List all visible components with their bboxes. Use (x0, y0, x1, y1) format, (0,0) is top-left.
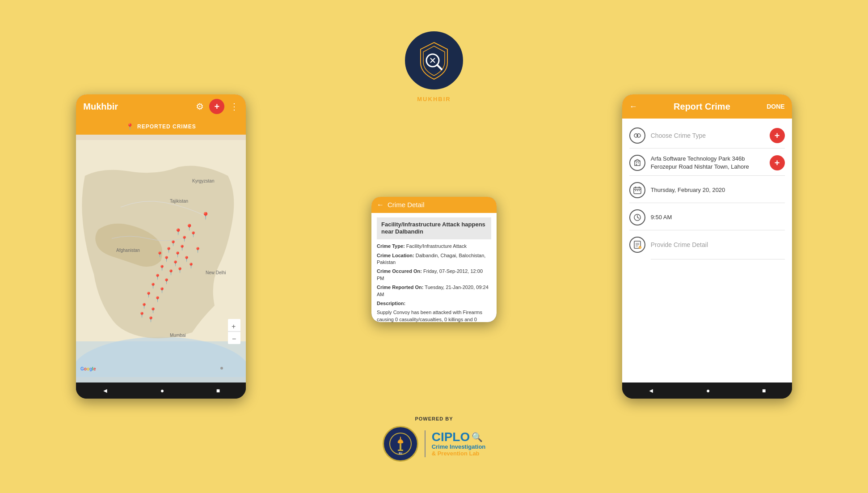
filter-icon[interactable]: ⚙ (196, 101, 204, 112)
report-back-icon[interactable]: ← (629, 102, 637, 111)
detail-row[interactable]: Provide Crime Detail (629, 232, 785, 257)
left-phone-bottom-nav: ◄ ● ■ (76, 382, 246, 399)
crime-description-row: Description: (377, 300, 491, 307)
calendar-icon (629, 182, 645, 198)
iiu-logo-svg: IIU (389, 433, 412, 455)
middle-phone-screen: ← Crime Detail Facility/Infrastructure A… (371, 197, 497, 322)
right-nav-back-icon[interactable]: ◄ (648, 387, 654, 394)
iiu-badge: IIU (383, 426, 418, 462)
svg-rect-55 (638, 162, 639, 163)
svg-text:📍: 📍 (174, 228, 182, 236)
svg-text:📍: 📍 (165, 246, 172, 253)
right-phone-screen: ← Report Crime DONE Choose Crime Type (622, 94, 792, 382)
svg-text:📍: 📍 (194, 246, 201, 253)
svg-text:📍: 📍 (179, 244, 185, 251)
ciplo-sub2-text: & Prevention Lab (432, 450, 486, 457)
nav-square-icon[interactable]: ■ (216, 387, 220, 394)
detail-icon (629, 237, 645, 253)
ciplo-container: IIU CIPLO 🔍 Crime Investigation & Preven… (383, 426, 486, 462)
add-crime-type-button[interactable]: + (770, 128, 785, 143)
svg-text:📍: 📍 (150, 307, 156, 314)
crime-type-row[interactable]: Choose Crime Type + (629, 123, 785, 149)
svg-rect-56 (636, 164, 637, 166)
crime-type-row: Crime Type: Facility/Infrastructure Atta… (377, 243, 491, 250)
crime-reported-row: Crime Reported On: Tuesday, 21-Jan-2020,… (377, 284, 491, 298)
svg-text:−: − (232, 335, 236, 343)
header-icons: ⚙ + ⋮ (196, 99, 239, 114)
done-button[interactable]: DONE (767, 103, 784, 110)
svg-text:📍: 📍 (183, 255, 190, 262)
svg-rect-65 (639, 190, 640, 191)
crime-headline: Facility/Infrastructure Attack happens n… (377, 217, 491, 240)
back-icon[interactable]: ← (377, 201, 384, 209)
svg-text:📍: 📍 (139, 311, 145, 318)
left-header: Mukhbir ⚙ + ⋮ (76, 94, 246, 119)
map-area[interactable]: Kyrgyzstan Tajikistan Afghanistan New De… (76, 135, 246, 382)
clock-svg (633, 213, 642, 222)
svg-rect-48 (398, 450, 403, 451)
handcuffs-icon (633, 131, 642, 140)
svg-text:📍: 📍 (190, 231, 197, 238)
left-phone-screen: Mukhbir ⚙ + ⋮ 📍 REPORTED CRIMES (76, 94, 246, 382)
main-container: Mukhbir ⚙ + ⋮ 📍 REPORTED CRIMES (0, 0, 868, 493)
time-row[interactable]: 9:50 AM (629, 205, 785, 230)
ciplo-divider (425, 430, 426, 457)
bottom-branding: POWERED BY IIU (383, 416, 486, 462)
svg-text:📍: 📍 (172, 260, 179, 267)
right-nav-square-icon[interactable]: ■ (762, 387, 766, 394)
map-svg: Kyrgyzstan Tajikistan Afghanistan New De… (76, 135, 246, 382)
svg-text:Tajikistan: Tajikistan (170, 199, 188, 204)
detail-placeholder: Provide Crime Detail (651, 241, 785, 248)
crime-detail-content: Facility/Infrastructure Attack happens n… (371, 213, 497, 322)
svg-text:📍: 📍 (201, 212, 210, 220)
svg-rect-2 (76, 341, 246, 377)
svg-text:📍: 📍 (156, 251, 163, 258)
building-icon (633, 158, 642, 167)
app-logo-container: MUKHBIR (405, 31, 463, 102)
clock-icon (629, 209, 645, 225)
svg-rect-54 (636, 162, 637, 163)
add-location-button[interactable]: + (770, 155, 785, 170)
svg-text:+: + (232, 323, 236, 330)
powered-by-text: POWERED BY (415, 416, 453, 421)
svg-text:New Delhi: New Delhi (206, 270, 226, 275)
right-phone: ← Report Crime DONE Choose Crime Type (622, 94, 792, 399)
app-title: Mukhbir (83, 102, 118, 112)
svg-text:📍: 📍 (163, 278, 170, 285)
app-logo-text: MUKHBIR (417, 96, 451, 102)
svg-point-41 (220, 367, 223, 370)
ciplo-sub1-text: Crime Investigation (432, 443, 486, 450)
center-area: MUKHBIR ← Crime Detail Facility/Infrastr… (345, 18, 523, 475)
detail-underline (651, 259, 785, 259)
svg-text:📍: 📍 (141, 302, 147, 309)
svg-text:📍: 📍 (154, 296, 161, 302)
crime-detail-header: ← Crime Detail (371, 197, 497, 213)
svg-text:📍: 📍 (150, 282, 156, 289)
nav-home-icon[interactable]: ● (160, 387, 164, 394)
svg-text:IIU: IIU (399, 452, 402, 455)
crime-location-row: Crime Location: Dalbandin, Chagai, Baloc… (377, 252, 491, 266)
location-row[interactable]: Arfa Software Technology Park 346b Feroz… (629, 150, 785, 176)
right-phone-bottom-nav: ◄ ● ■ (622, 382, 792, 399)
date-value: Thursday, February 20, 2020 (651, 186, 785, 194)
svg-text:📍: 📍 (188, 262, 194, 269)
ciplo-text-area: CIPLO 🔍 Crime Investigation & Prevention… (432, 431, 486, 457)
report-form: Choose Crime Type + (622, 119, 792, 382)
crime-type-placeholder: Choose Crime Type (651, 132, 764, 139)
crime-detail-title: Crime Detail (388, 201, 425, 208)
svg-text:Afghanistan: Afghanistan (116, 248, 140, 253)
svg-text:📍: 📍 (174, 251, 181, 258)
more-icon[interactable]: ⋮ (230, 101, 239, 112)
nav-back-icon[interactable]: ◄ (102, 387, 109, 394)
date-row[interactable]: Thursday, February 20, 2020 (629, 178, 785, 203)
add-crime-button[interactable]: + (209, 99, 224, 114)
svg-text:📍: 📍 (159, 287, 165, 293)
right-nav-home-icon[interactable]: ● (706, 387, 710, 394)
middle-phone: ← Crime Detail Facility/Infrastructure A… (371, 197, 497, 322)
svg-rect-53 (635, 161, 640, 166)
logo-circle (405, 31, 463, 89)
svg-text:Kyrgyzstan: Kyrgyzstan (192, 178, 214, 183)
svg-rect-64 (637, 190, 638, 191)
svg-text:📍: 📍 (147, 316, 154, 323)
location-value: Arfa Software Technology Park 346b Feroz… (651, 155, 764, 171)
